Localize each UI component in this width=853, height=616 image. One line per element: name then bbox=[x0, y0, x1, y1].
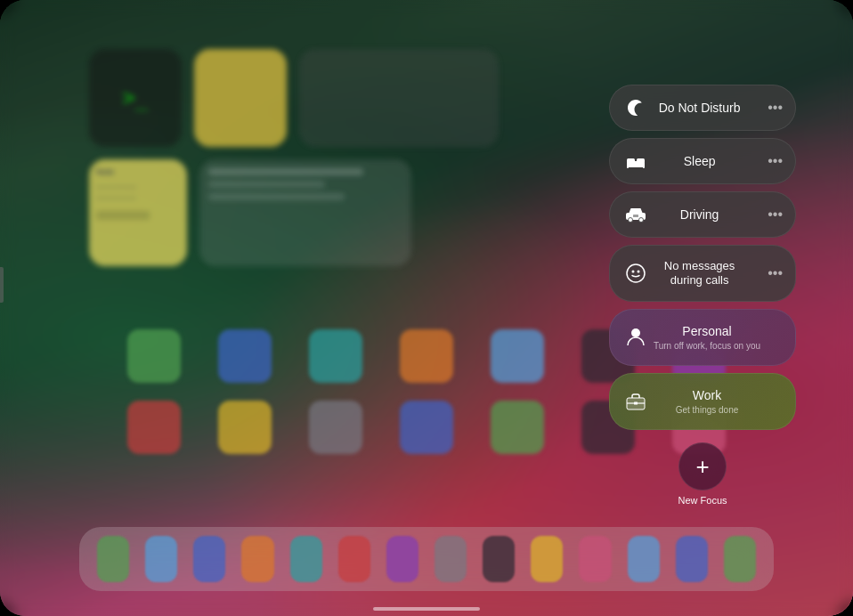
personal-text: Personal Turn off work, focus on you bbox=[631, 324, 783, 351]
work-text: Work Get things done bbox=[631, 388, 783, 415]
app-icon[interactable] bbox=[491, 401, 544, 454]
new-focus-button[interactable]: + bbox=[678, 442, 727, 490]
app-icon[interactable] bbox=[127, 329, 181, 383]
app-icon[interactable] bbox=[491, 329, 544, 383]
dock-icon[interactable] bbox=[386, 536, 418, 582]
dock-icon[interactable] bbox=[435, 536, 467, 582]
do-not-disturb-text: Do Not Disturb bbox=[631, 101, 768, 116]
app-icon[interactable] bbox=[309, 329, 362, 383]
dock-icon[interactable] bbox=[241, 536, 273, 582]
focus-item-driving[interactable]: Driving ••• bbox=[609, 191, 796, 238]
focus-item-sleep[interactable]: Sleep ••• bbox=[609, 138, 796, 184]
terminal-widget: >_ bbox=[89, 49, 182, 147]
dock-icon[interactable] bbox=[483, 536, 515, 582]
side-button bbox=[0, 267, 4, 303]
app-icon[interactable] bbox=[400, 401, 453, 454]
dock-icon[interactable] bbox=[724, 536, 756, 582]
sleep-more-button[interactable]: ••• bbox=[768, 153, 783, 169]
focus-menu: Do Not Disturb ••• Sleep ••• bbox=[609, 85, 796, 506]
new-focus-label: New Focus bbox=[678, 495, 727, 506]
dock-icon[interactable] bbox=[290, 536, 322, 582]
ipad-frame: >_ Note ————— ————— bbox=[0, 0, 853, 616]
dock-icon[interactable] bbox=[97, 536, 129, 582]
driving-more-button[interactable]: ••• bbox=[768, 207, 783, 223]
dock-icon[interactable] bbox=[531, 536, 563, 582]
dock-icon[interactable] bbox=[579, 536, 611, 582]
focus-item-do-not-disturb[interactable]: Do Not Disturb ••• bbox=[609, 85, 796, 131]
no-messages-more-button[interactable]: ••• bbox=[768, 265, 783, 281]
do-not-disturb-more-button[interactable]: ••• bbox=[768, 100, 783, 116]
wide-widget bbox=[299, 49, 499, 147]
app-icon[interactable] bbox=[218, 329, 272, 383]
svg-rect-3 bbox=[627, 166, 629, 168]
notes-small-widget: Note ————— ————— bbox=[89, 159, 187, 266]
dock-icon[interactable] bbox=[338, 536, 370, 582]
medium-widget bbox=[199, 159, 411, 266]
dock bbox=[79, 527, 774, 591]
focus-item-no-messages[interactable]: No messagesduring calls ••• bbox=[609, 245, 796, 302]
focus-item-work[interactable]: Work Get things done bbox=[609, 373, 796, 430]
no-messages-text: No messagesduring calls bbox=[631, 259, 768, 287]
driving-text: Driving bbox=[631, 207, 768, 223]
notes-widget bbox=[194, 49, 287, 147]
app-icon[interactable] bbox=[309, 401, 362, 454]
widgets-area: >_ Note ————— ————— bbox=[89, 49, 499, 343]
dock-icon[interactable] bbox=[145, 536, 177, 582]
new-focus-wrap: + New Focus bbox=[609, 442, 796, 506]
home-indicator bbox=[373, 607, 480, 611]
dock-icon[interactable] bbox=[193, 536, 225, 582]
plus-icon: + bbox=[695, 455, 709, 478]
app-icon[interactable] bbox=[127, 401, 181, 454]
app-icon[interactable] bbox=[400, 329, 453, 383]
app-icon[interactable] bbox=[218, 401, 272, 454]
focus-item-personal[interactable]: Personal Turn off work, focus on you bbox=[609, 309, 796, 366]
dock-icon[interactable] bbox=[676, 536, 708, 582]
sleep-text: Sleep bbox=[631, 154, 768, 169]
dock-icon[interactable] bbox=[628, 536, 660, 582]
